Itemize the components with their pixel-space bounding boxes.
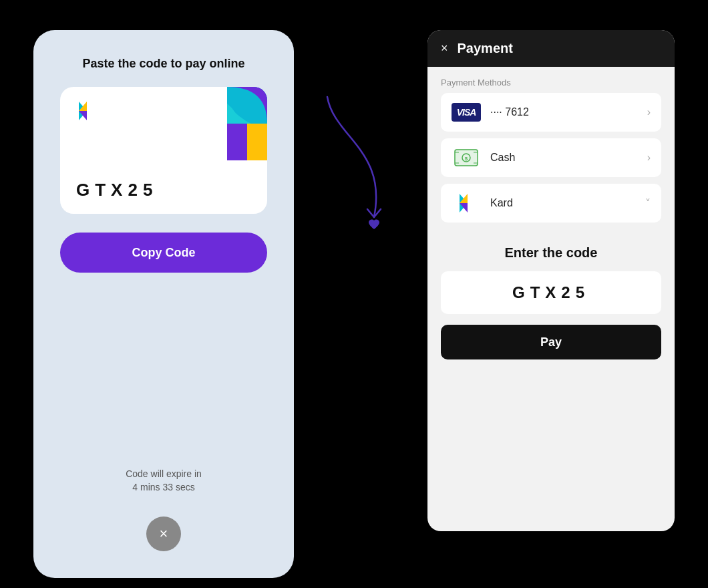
code-input[interactable]: GTX25 <box>441 271 661 314</box>
card-shapes <box>187 87 267 160</box>
pay-button[interactable]: Pay <box>441 325 661 359</box>
payment-header: × Payment <box>427 30 675 67</box>
visa-icon: VISA <box>452 102 481 122</box>
cash-chevron-icon: › <box>647 152 651 164</box>
payment-method-kard[interactable]: Kard ˅ <box>441 184 661 223</box>
expiry-label: Code will expire in <box>126 468 202 479</box>
kard-logo-card <box>73 99 98 123</box>
expiry-time: 4 mins 33 secs <box>126 482 202 492</box>
expiry-section: Code will expire in 4 mins 33 secs <box>126 468 202 492</box>
kard-icon <box>452 193 481 213</box>
payment-close-icon[interactable]: × <box>441 41 448 55</box>
cash-icon: $ <box>452 148 481 168</box>
visa-chevron-icon: › <box>647 106 651 118</box>
copy-code-button[interactable]: Copy Code <box>60 233 267 273</box>
left-panel: Paste the code to pay online <box>33 30 294 578</box>
payment-title: Payment <box>458 41 513 56</box>
right-panel: × Payment Payment Methods VISA ···· 7612… <box>427 30 675 531</box>
svg-text:$: $ <box>465 156 468 162</box>
payment-method-cash[interactable]: $ Cash › <box>441 138 661 177</box>
card-code: GTX25 <box>76 180 158 200</box>
left-panel-title: Paste the code to pay online <box>82 57 244 71</box>
visa-label: ···· 7612 <box>490 106 647 118</box>
close-button[interactable]: × <box>146 517 181 551</box>
kard-chevron-down-icon: ˅ <box>645 197 651 210</box>
cash-label: Cash <box>490 152 647 164</box>
arrow-decoration <box>321 84 401 284</box>
close-icon: × <box>160 525 168 543</box>
enter-code-section: Enter the code GTX25 Pay <box>427 229 675 359</box>
payment-method-visa[interactable]: VISA ···· 7612 › <box>441 93 661 132</box>
payment-card: GTX25 <box>60 87 267 214</box>
payment-methods-section: Payment Methods VISA ···· 7612 › $ <box>427 67 675 223</box>
kard-label: Kard <box>490 197 645 209</box>
payment-methods-label: Payment Methods <box>441 78 661 88</box>
enter-code-title: Enter the code <box>441 229 661 271</box>
